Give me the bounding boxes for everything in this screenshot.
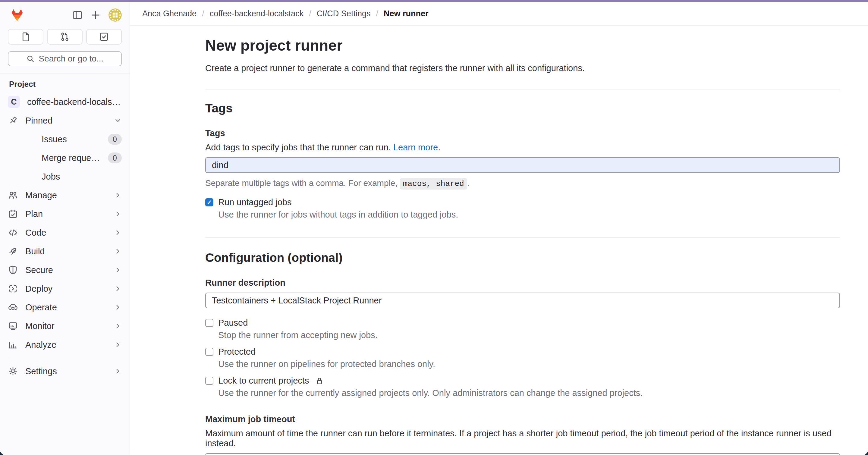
todo-check-icon <box>99 32 109 41</box>
lock-to-projects-row: Lock to current projects <box>205 376 840 386</box>
issues-icon <box>21 32 30 41</box>
breadcrumb-link-user[interactable]: Anca Ghenade <box>142 9 196 19</box>
sidebar-item-analyze[interactable]: Analyze <box>0 335 130 354</box>
gitlab-logo[interactable] <box>10 8 24 22</box>
section-divider <box>205 89 840 90</box>
protected-label[interactable]: Protected <box>218 347 255 357</box>
chevron-right-icon <box>114 303 122 311</box>
lock-to-projects-label[interactable]: Lock to current projects <box>218 376 309 386</box>
runner-description-label: Runner description <box>205 278 840 288</box>
learn-more-link[interactable]: Learn more <box>393 142 438 152</box>
configuration-section-heading: Configuration (optional) <box>205 251 840 265</box>
tags-section-heading: Tags <box>205 102 840 115</box>
timeout-label: Maximum job timeout <box>205 414 840 424</box>
create-new-button[interactable] <box>90 10 101 20</box>
gitlab-app: Search or go to... Project C coffee-back… <box>0 0 868 455</box>
chevron-right-icon <box>114 285 122 293</box>
sidebar-item-jobs[interactable]: Jobs <box>0 167 130 186</box>
tags-input[interactable] <box>205 157 840 173</box>
plus-icon <box>90 10 101 20</box>
merge-request-icon <box>60 32 70 41</box>
lock-icon <box>315 377 323 385</box>
protected-checkbox[interactable] <box>205 348 213 356</box>
shield-icon <box>8 265 18 275</box>
paused-checkbox[interactable] <box>205 319 213 327</box>
sidebar-item-deploy[interactable]: Deploy <box>0 279 130 298</box>
project-avatar: C <box>8 96 20 108</box>
sidebar-item-build[interactable]: Build <box>0 242 130 261</box>
protected-row: Protected <box>205 347 840 357</box>
project-name: coffee-backend-localstack <box>27 97 122 107</box>
timeout-input[interactable] <box>205 453 840 455</box>
sidebar-item-merge-requests[interactable]: Merge requests 0 <box>0 149 130 167</box>
protected-help: Use the runner on pipelines for protecte… <box>218 359 840 369</box>
sidebar-section-label: Project <box>0 79 130 89</box>
paused-help: Stop the runner from accepting new jobs. <box>218 330 840 340</box>
sidebar-item-operate[interactable]: Operate <box>0 298 130 317</box>
sidebar-item-manage[interactable]: Manage <box>0 186 130 205</box>
paused-row: Paused <box>205 318 840 328</box>
gear-icon <box>8 366 18 376</box>
chart-icon <box>8 340 18 350</box>
breadcrumb: Anca Ghenade / coffee-backend-localstack… <box>130 2 868 26</box>
sidebar-item-code[interactable]: Code <box>0 223 130 242</box>
lock-to-projects-help: Use the runner for the currently assigne… <box>218 388 840 398</box>
breadcrumb-link-project[interactable]: coffee-backend-localstack <box>210 9 304 19</box>
calendar-check-icon <box>8 209 18 219</box>
monitor-icon <box>8 321 18 331</box>
chevron-right-icon <box>114 210 122 218</box>
tags-field-label: Tags <box>205 128 840 138</box>
chevron-right-icon <box>114 367 122 375</box>
users-icon <box>8 190 18 200</box>
run-untagged-help: Use the runner for jobs without tags in … <box>218 210 840 220</box>
sidebar-toggle-button[interactable] <box>72 10 83 20</box>
timeout-description: Maximum amount of time the runner can ru… <box>205 428 840 448</box>
page-subtitle: Create a project runner to generate a co… <box>205 63 840 73</box>
cloud-pod-icon <box>8 302 18 312</box>
chevron-right-icon <box>114 229 122 236</box>
run-untagged-label[interactable]: Run untagged jobs <box>218 197 291 207</box>
chevron-right-icon <box>114 191 122 199</box>
breadcrumb-current: New runner <box>384 9 429 19</box>
search-icon <box>26 55 35 63</box>
page-title: New project runner <box>205 37 840 54</box>
chevron-right-icon <box>114 248 122 255</box>
search-placeholder: Search or go to... <box>39 54 104 64</box>
tags-hint: Separate multiple tags with a comma. For… <box>205 178 840 188</box>
breadcrumb-link-cicd-settings[interactable]: CI/CD Settings <box>317 9 371 19</box>
merge-requests-count-badge: 0 <box>108 153 122 163</box>
sidebar: Search or go to... Project C coffee-back… <box>0 2 130 455</box>
chevron-down-icon <box>114 117 122 125</box>
section-divider <box>205 237 840 238</box>
paused-label[interactable]: Paused <box>218 318 248 328</box>
sidebar-toggle-icon <box>72 10 83 20</box>
tags-field-description: Add tags to specify jobs that the runner… <box>205 142 840 153</box>
sidebar-item-secure[interactable]: Secure <box>0 261 130 279</box>
run-untagged-row: Run untagged jobs <box>205 197 840 207</box>
sidebar-item-pinned[interactable]: Pinned <box>0 111 130 130</box>
todo-list-button[interactable] <box>86 29 122 44</box>
sidebar-item-plan[interactable]: Plan <box>0 205 130 223</box>
rocket-icon <box>8 247 18 256</box>
merge-requests-shortcut-button[interactable] <box>47 29 83 44</box>
sidebar-item-project[interactable]: C coffee-backend-localstack <box>0 93 130 111</box>
issues-shortcut-button[interactable] <box>8 29 43 44</box>
lock-to-projects-checkbox[interactable] <box>205 377 213 385</box>
code-icon <box>8 228 18 237</box>
search-input[interactable]: Search or go to... <box>8 51 122 66</box>
runner-description-input[interactable] <box>205 293 840 308</box>
sidebar-item-monitor[interactable]: Monitor <box>0 317 130 335</box>
tags-example-code: macos, shared <box>400 178 467 190</box>
issues-count-badge: 0 <box>108 134 122 144</box>
chevron-right-icon <box>114 322 122 330</box>
run-untagged-checkbox[interactable] <box>205 198 213 206</box>
pin-icon <box>8 116 18 125</box>
chevron-right-icon <box>114 341 122 349</box>
user-avatar[interactable] <box>108 8 122 22</box>
deploy-icon <box>8 284 18 293</box>
sidebar-item-settings[interactable]: Settings <box>0 362 130 381</box>
sidebar-divider <box>8 358 121 358</box>
pinned-label: Pinned <box>25 116 107 126</box>
chevron-right-icon <box>114 266 122 274</box>
sidebar-item-issues[interactable]: Issues 0 <box>0 130 130 149</box>
